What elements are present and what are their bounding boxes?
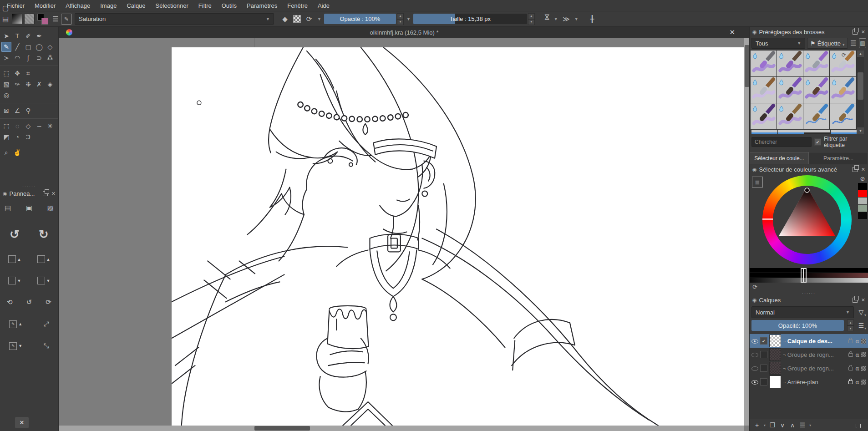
rect-select-tool-icon[interactable]: ⬚ — [1, 121, 11, 131]
layer-checkbox[interactable]: ✓ — [760, 365, 767, 372]
brush-preset-tile[interactable] — [751, 77, 777, 103]
bezier-curve-tool-icon[interactable]: ◠ — [12, 53, 22, 63]
docker-splitter-handle[interactable]: ······ — [750, 291, 868, 295]
gradient-tool-icon[interactable]: ▧ — [1, 79, 11, 89]
open-image-button[interactable]: ▤ — [5, 204, 11, 212]
preset-grid-scrollbar[interactable]: ▲ ▼ — [857, 51, 864, 134]
menu-item[interactable]: Affichage — [61, 1, 95, 10]
brush-preset-tile[interactable] — [803, 51, 829, 76]
shade-handle[interactable] — [801, 268, 807, 283]
transform-tool-icon[interactable]: ➤ — [1, 31, 11, 41]
eraser-mode-icon[interactable]: ◆ — [279, 14, 290, 25]
opacity-slider[interactable]: Opacité : 100% — [324, 14, 396, 24]
canvas-viewport[interactable] — [59, 38, 744, 426]
assistants-tool-icon[interactable]: ⊠ — [1, 106, 11, 116]
layer-alpha-lock-icon[interactable]: α — [855, 379, 859, 385]
color-history-swatch[interactable] — [858, 198, 867, 204]
brush-preset-tile[interactable] — [803, 103, 829, 129]
wraparound-mode-icon[interactable]: ╂ — [587, 14, 598, 25]
brush-preset-tile[interactable]: ⟳ — [830, 51, 856, 76]
shade-strip[interactable] — [750, 278, 868, 283]
polygon-tool-icon[interactable]: ◇ — [45, 42, 55, 52]
vertical-scroll-handle[interactable] — [745, 45, 749, 87]
drawing-canvas[interactable] — [172, 47, 744, 426]
layer-lock-icon[interactable] — [848, 366, 853, 370]
layer-row[interactable]: ✓ ⌐ Groupe de rogn... α — [750, 348, 868, 361]
zoom-in-button[interactable]: ✎▲ — [9, 320, 24, 328]
zoom-to-fit-button[interactable]: ⤢ — [42, 320, 49, 328]
rotate-cw-button[interactable]: ⟳ — [46, 298, 51, 306]
chevron-down-icon[interactable]: ▾ — [808, 423, 812, 427]
layer-visibility-icon[interactable] — [751, 365, 758, 372]
layer-lock-icon[interactable] — [848, 339, 853, 343]
close-docker-icon[interactable]: ✕ — [861, 297, 865, 303]
size-spinner[interactable]: ▲▼ — [528, 13, 535, 25]
layer-lock-icon[interactable] — [848, 380, 853, 384]
brush-size-slider[interactable]: Taille : 15,38 px — [413, 14, 527, 24]
reload-preset-icon[interactable]: ⟳ — [304, 14, 315, 25]
layer-alpha-lock-icon[interactable]: α — [855, 365, 859, 372]
menu-item[interactable]: Modifier — [30, 1, 61, 10]
menu-item[interactable]: Calque — [122, 1, 150, 10]
increase-opacity-button[interactable]: ▲ — [8, 255, 21, 263]
layer-alpha-lock-icon[interactable]: α — [855, 351, 859, 358]
pattern-swatch[interactable] — [24, 14, 35, 24]
close-document-icon[interactable]: ✕ — [729, 28, 735, 36]
float-docker-icon[interactable] — [853, 30, 858, 35]
menu-item[interactable]: Fenêtre — [282, 1, 313, 10]
docker-lock-icon[interactable]: ◉ — [752, 29, 757, 35]
move-tool-icon[interactable]: ✥ — [12, 68, 22, 78]
brush-preset-tile[interactable] — [751, 103, 777, 129]
brush-preset-tile[interactable] — [803, 77, 829, 103]
scroll-down-icon[interactable]: ▼ — [857, 127, 864, 134]
text-tool-icon[interactable]: T — [12, 31, 22, 41]
layer-opacity-spinner[interactable]: ▲▼ — [847, 319, 854, 331]
layer-checkbox[interactable]: ✓ — [760, 351, 767, 358]
brush-editor-icon[interactable]: ✎ — [61, 14, 72, 25]
save-as-button[interactable]: ▨ — [47, 204, 54, 212]
measure-tool-icon[interactable]: ∠ — [12, 106, 22, 116]
chevron-down-icon[interactable]: ▼ — [317, 17, 321, 21]
add-layer-button[interactable]: + — [752, 421, 761, 429]
layer-alpha-lock-icon[interactable]: α — [855, 338, 859, 345]
docker-lock-icon[interactable]: ◉ — [3, 191, 7, 197]
chevron-down-icon[interactable]: ▼ — [406, 17, 411, 21]
chevron-down-icon[interactable]: ▼ — [554, 17, 558, 21]
ellipse-select-tool-icon[interactable]: ◌ — [12, 121, 22, 131]
multibrush-tool-icon[interactable]: ⁂ — [45, 53, 55, 63]
hue-ring[interactable] — [762, 175, 852, 264]
menu-item[interactable]: Aide — [313, 1, 335, 10]
smart-patch-tool-icon[interactable]: ✗ — [34, 79, 44, 89]
color-history-swatch[interactable] — [858, 190, 867, 197]
redo-button[interactable]: ↻ — [39, 228, 49, 242]
zoom-tool-icon[interactable]: ⌕ — [1, 147, 11, 157]
layer-options-icon[interactable]: ☰▾ — [856, 322, 866, 329]
filter-by-tag-checkbox[interactable]: ✓ — [814, 138, 821, 146]
calligraphy-tool-icon[interactable]: ✒ — [34, 31, 44, 41]
color-history-swatch[interactable] — [858, 205, 867, 212]
rectangle-tool-icon[interactable]: ▢ — [23, 42, 33, 52]
docker-lock-icon[interactable]: ◉ — [752, 297, 757, 303]
open-document-icon[interactable]: ▤ — [0, 14, 11, 25]
decrease-lightness-button[interactable]: ▼ — [37, 277, 51, 284]
polyline-tool-icon[interactable]: ≻ — [1, 53, 11, 63]
mirror-vertical-icon[interactable]: ⋈ — [540, 14, 551, 25]
close-docker-icon[interactable]: ✕ — [861, 29, 865, 35]
horizontal-scroll-handle[interactable] — [254, 426, 310, 431]
layer-visibility-icon[interactable] — [751, 338, 758, 345]
tag-button[interactable]: ⚑ Étiquette ▾ — [807, 38, 848, 49]
ellipse-tool-icon[interactable]: ◯ — [34, 42, 44, 52]
chevron-down-icon[interactable]: ▾ — [762, 423, 767, 427]
move-layer-up-button[interactable]: ∧ — [788, 421, 797, 429]
brush-preset-tile[interactable] — [751, 51, 777, 76]
foreground-background-colors[interactable] — [37, 14, 48, 25]
brush-preset-tile[interactable] — [830, 77, 856, 103]
brush-preset-tile[interactable] — [777, 77, 803, 103]
fill-tool-icon[interactable]: ◈ — [45, 79, 55, 89]
brush-option-list-icon[interactable]: ☰ — [50, 14, 61, 25]
move-layer-down-button[interactable]: ∨ — [778, 421, 787, 429]
increase-lightness-button[interactable]: ▲ — [37, 255, 51, 263]
brush-preset-tile[interactable] — [777, 103, 803, 129]
layer-opacity-slider[interactable]: Opacité: 100% — [751, 320, 844, 331]
color-history-swatch[interactable] — [858, 183, 867, 190]
